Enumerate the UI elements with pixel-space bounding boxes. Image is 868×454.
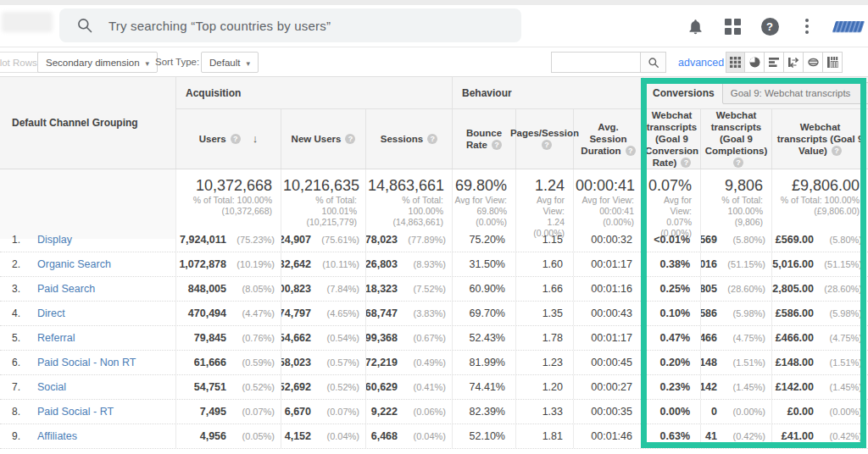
channel-link[interactable]: Paid Social - Non RT <box>37 357 136 368</box>
pages-session-cell: 1.81 <box>515 424 573 448</box>
goal-value-cell: £41.00(0.42%) <box>771 424 868 448</box>
sessions-cell: 60,629(0.41%) <box>365 375 452 399</box>
table-filter-search-button[interactable] <box>640 52 666 73</box>
table-row: 3. Paid Search 848,005(8.05%) 800,823(7.… <box>0 276 868 301</box>
data-table-view-icon[interactable] <box>726 52 745 73</box>
help-bubble-icon[interactable] <box>626 146 636 156</box>
bounce-rate-cell: 52.43% <box>452 326 515 350</box>
channel-link[interactable]: Referral <box>37 332 75 344</box>
goal-completions-cell: 5,016(51.15%) <box>700 252 771 276</box>
avg-session-duration-cell: 00:00:43 <box>573 302 643 325</box>
channel-link[interactable]: Display <box>37 234 72 246</box>
view-toggle-group <box>726 52 843 73</box>
goal-value-cell: £466.00(4.75%) <box>771 326 868 350</box>
column-header-bounce-rate[interactable]: Bounce Rate <box>452 109 515 169</box>
pages-session-cell: 1.20 <box>515 375 573 399</box>
new-users-cell: 6,670(0.07%) <box>281 400 365 424</box>
avg-session-duration-cell: 00:00:27 <box>573 375 643 399</box>
search-bar[interactable]: Try searching “Top countries by users” <box>59 8 521 42</box>
row-rank: 2. <box>12 258 26 270</box>
channel-link[interactable]: Direct <box>37 307 65 319</box>
secondary-dimension-button[interactable]: Secondary dimension <box>37 52 158 73</box>
row-rank: 3. <box>12 283 26 295</box>
bounce-rate-cell: 81.99% <box>452 351 515 374</box>
help-bubble-icon[interactable] <box>681 158 691 168</box>
channel-link[interactable]: Paid Search <box>37 283 95 295</box>
goal-conversion-rate-cell: <0.01% <box>643 228 700 252</box>
column-header-goal-conversion-rate[interactable]: Webchat transcripts (Goal 9 Conversion R… <box>643 109 700 169</box>
pages-session-cell: 1.60 <box>515 252 573 276</box>
goal-completions-cell: 148(1.51%) <box>700 351 771 374</box>
sort-type-button[interactable]: Default <box>201 52 259 73</box>
goal-completions-cell: 466(4.75%) <box>700 326 771 350</box>
goal-selector-dropdown[interactable]: Goal 9: Webchat transcripts <box>722 82 868 104</box>
sessions-cell: 11,578,023(77.89%) <box>365 228 452 252</box>
row-label-cell: 9. Affiliates <box>0 424 175 448</box>
avg-session-duration-cell: 00:00:32 <box>573 228 643 252</box>
advanced-filter-link[interactable]: advanced <box>678 57 724 69</box>
channel-link[interactable]: Organic Search <box>37 258 111 270</box>
column-header-pages-session[interactable]: Pages/Session <box>515 109 573 169</box>
table-row: 6. Paid Social - Non RT 61,666(0.59%) 58… <box>0 350 868 374</box>
partner-logo <box>832 21 865 32</box>
row-rank: 7. <box>12 381 26 393</box>
column-header-avg-session-duration[interactable]: Avg. Session Duration <box>573 109 643 169</box>
table-filter-input[interactable] <box>551 52 641 73</box>
help-bubble-icon[interactable] <box>345 134 355 144</box>
help-bubble-icon[interactable] <box>492 140 502 150</box>
goal-conversion-rate-cell: 0.20% <box>643 351 700 374</box>
account-logo-redacted <box>2 12 53 32</box>
pages-session-cell: 1.78 <box>515 326 573 350</box>
sessions-cell: 6,468(0.04%) <box>365 424 452 448</box>
column-header-new-users[interactable]: New Users <box>281 109 365 169</box>
help-bubble-icon[interactable] <box>733 158 743 168</box>
analytics-screen: Try searching “Top countries by users” ?… <box>0 0 868 454</box>
help-bubble-icon[interactable] <box>231 134 241 144</box>
apps-grid-icon[interactable] <box>722 16 743 36</box>
column-header-goal-value[interactable]: Webchat transcripts (Goal 9 Value) <box>771 109 868 169</box>
comparison-view-icon[interactable] <box>784 52 804 73</box>
channel-link[interactable]: Paid Social - RT <box>37 406 114 418</box>
sessions-cell: 99,368(0.67%) <box>365 326 452 350</box>
help-bubble-icon[interactable] <box>542 140 552 150</box>
performance-view-icon[interactable] <box>765 52 784 73</box>
pages-session-cell: 1.23 <box>515 351 573 374</box>
table-row: 9. Affiliates 4,956(0.05%) 4,152(0.04%) … <box>0 424 868 448</box>
row-rank: 1. <box>12 234 26 246</box>
goal-value-cell: £5,016.00(51.15%) <box>771 252 868 276</box>
goal-completions-cell: 2,805(28.60%) <box>700 277 771 301</box>
users-cell: 470,494(4.47%) <box>175 302 281 325</box>
pivot-view-icon[interactable] <box>823 52 843 73</box>
row-label-cell: 3. Paid Search <box>0 277 175 301</box>
column-header-sessions[interactable]: Sessions <box>365 109 452 169</box>
channel-link[interactable]: Affiliates <box>37 430 77 442</box>
sort-descending-icon <box>241 134 259 144</box>
row-dimension-header[interactable]: Default Channel Grouping <box>0 77 175 169</box>
goal-completions-cell: 0(0.00%) <box>700 400 771 424</box>
search-placeholder: Try searching “Top countries by users” <box>108 19 331 33</box>
notifications-bell-icon[interactable] <box>685 16 705 36</box>
help-bubble-icon[interactable] <box>832 146 842 156</box>
users-cell: 54,751(0.52%) <box>175 375 281 399</box>
help-bubble-icon[interactable] <box>427 134 437 144</box>
search-icon <box>648 57 659 69</box>
pages-session-cell: 1.33 <box>515 400 573 424</box>
chevron-down-icon <box>146 58 150 68</box>
goal-conversion-rate-cell: 0.23% <box>643 375 700 399</box>
help-icon[interactable]: ? <box>760 16 780 36</box>
bounce-rate-cell: 69.70% <box>452 302 515 325</box>
new-users-cell: 7,724,907(75.61%) <box>281 228 365 252</box>
row-rank: 5. <box>12 332 26 344</box>
avg-session-duration-cell: 00:01:17 <box>573 252 643 276</box>
term-cloud-view-icon[interactable] <box>804 52 823 73</box>
row-label-cell: 5. Referral <box>0 326 175 350</box>
column-header-users[interactable]: Users <box>175 109 281 169</box>
row-label-cell: 7. Social <box>0 375 175 399</box>
channel-link[interactable]: Social <box>37 381 66 393</box>
table-body: 1. Display 7,924,011(75.23%) 7,724,907(7… <box>0 227 868 449</box>
percentage-view-icon[interactable] <box>745 52 765 73</box>
avg-session-duration-cell: 00:00:35 <box>573 400 643 424</box>
more-vertical-icon[interactable] <box>797 16 817 36</box>
table-row: 5. Referral 79,845(0.76%) 54,662(0.54%) … <box>0 325 868 350</box>
column-header-goal-completions[interactable]: Webchat transcripts (Goal 9 Completions) <box>700 109 771 169</box>
